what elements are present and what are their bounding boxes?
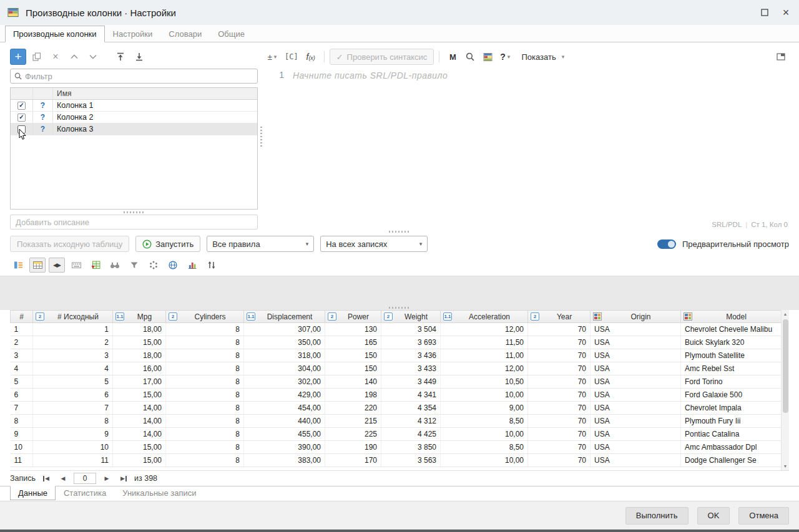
close-icon[interactable]: ×: [780, 7, 792, 18]
record-number-input[interactable]: [74, 473, 96, 484]
grid-row[interactable]: 111115,008383,001703 56310,0070USADodge …: [11, 454, 782, 467]
grid-cell[interactable]: 14,00: [113, 415, 166, 428]
description-splitter[interactable]: [10, 210, 258, 215]
tab-dictionaries[interactable]: Словари: [160, 26, 210, 42]
grid-cell[interactable]: 3 436: [381, 349, 441, 362]
grid-cell[interactable]: 12,00: [441, 323, 528, 336]
grid-cell[interactable]: 3 850: [381, 441, 441, 454]
help-button[interactable]: ? ▾: [497, 49, 513, 65]
column-header[interactable]: 1.1Displacement: [244, 311, 325, 323]
column-checkbox[interactable]: [17, 125, 26, 133]
export-columns-icon[interactable]: [131, 49, 147, 65]
column-row[interactable]: ✓ ? Колонка 2: [11, 112, 257, 123]
grid-cell[interactable]: 70: [528, 454, 591, 467]
grid-cell[interactable]: 70: [528, 362, 591, 375]
grid-row[interactable]: 101015,008390,001903 8508,5070USAAmc Amb…: [11, 441, 782, 454]
grid-cell[interactable]: USA: [591, 454, 681, 467]
grid-cell[interactable]: 5: [33, 375, 113, 389]
row-count-icon[interactable]: [10, 258, 26, 273]
grid-cell[interactable]: 215: [325, 415, 381, 428]
description-input[interactable]: [16, 218, 252, 227]
grid-cell[interactable]: 304,00: [244, 362, 325, 375]
grid-cell[interactable]: 14,00: [113, 428, 166, 441]
grid-cell[interactable]: 4 341: [381, 389, 441, 402]
grid-cell[interactable]: 165: [325, 336, 381, 349]
grid-cell[interactable]: 4: [33, 362, 113, 375]
grid-cell[interactable]: Chevrolet Chevelle Malibu: [681, 323, 782, 336]
grid-cell[interactable]: 1: [11, 323, 33, 336]
grid-cell[interactable]: Amc Ambassador Dpl: [681, 441, 782, 454]
grid-cell[interactable]: 15,00: [113, 441, 166, 454]
column-header[interactable]: 2Year: [528, 311, 591, 323]
grid-cell[interactable]: 70: [528, 389, 591, 402]
grid-cell[interactable]: 16,00: [113, 362, 166, 375]
grid-cell[interactable]: 3: [33, 349, 113, 362]
grid-cell[interactable]: 70: [528, 415, 591, 428]
check-syntax-button[interactable]: ✓ Проверить синтаксис: [330, 49, 434, 65]
insert-value-button[interactable]: ± ▾: [264, 49, 280, 65]
grid-cell[interactable]: 302,00: [244, 375, 325, 389]
filter-icon[interactable]: [126, 258, 142, 273]
fit-columns-icon[interactable]: ◀▶: [49, 258, 65, 273]
grid-cell[interactable]: 70: [528, 402, 591, 415]
grid-cell[interactable]: 15,00: [113, 336, 166, 349]
grid-cell[interactable]: 3 693: [381, 336, 441, 349]
grid-cell[interactable]: 1: [33, 323, 113, 336]
grid-cell[interactable]: 190: [325, 441, 381, 454]
comment-button[interactable]: [C]: [282, 49, 301, 65]
grid-cell[interactable]: 17,00: [113, 375, 166, 389]
grid-cell[interactable]: 3: [11, 349, 33, 362]
grid-cell[interactable]: USA: [591, 375, 681, 389]
grid-cell[interactable]: 4 425: [381, 428, 441, 441]
chart-icon[interactable]: [184, 258, 200, 273]
grid-cell[interactable]: 140: [325, 375, 381, 389]
grid-cell[interactable]: 6: [33, 389, 113, 402]
grid-cell[interactable]: 150: [325, 362, 381, 375]
grid-cell[interactable]: USA: [591, 362, 681, 375]
grid-cell[interactable]: 198: [325, 389, 381, 402]
grid-cell[interactable]: 8: [166, 402, 244, 415]
grid-cell[interactable]: 14,00: [113, 402, 166, 415]
grid-cell[interactable]: 390,00: [244, 441, 325, 454]
grid-cell[interactable]: 11,50: [441, 336, 528, 349]
grid-cell[interactable]: 5: [11, 375, 33, 389]
grid-cell[interactable]: 8: [11, 415, 33, 428]
grid-cell[interactable]: 8: [166, 362, 244, 375]
column-header[interactable]: Origin: [591, 311, 681, 323]
grid-cell[interactable]: 383,00: [244, 454, 325, 467]
grid-cell[interactable]: 130: [325, 323, 381, 336]
grid-cell[interactable]: USA: [591, 389, 681, 402]
column-header[interactable]: 1.1Mpg: [113, 311, 166, 323]
grid-cell[interactable]: 318,00: [244, 349, 325, 362]
column-header[interactable]: Model: [681, 311, 782, 323]
grid-cell[interactable]: 8: [166, 389, 244, 402]
add-column-button[interactable]: +: [10, 49, 26, 65]
grid-cell[interactable]: 6: [11, 389, 33, 402]
grid-cell[interactable]: 15,00: [113, 389, 166, 402]
grid-cell[interactable]: USA: [591, 428, 681, 441]
grid-cell[interactable]: 8: [166, 375, 244, 389]
grid-cell[interactable]: USA: [591, 441, 681, 454]
grid-row[interactable]: 2215,008350,001653 69311,5070USABuick Sk…: [11, 336, 782, 349]
first-record-button[interactable]: ◀: [40, 473, 52, 484]
web-icon[interactable]: [165, 258, 181, 273]
grid-cell[interactable]: 11: [11, 454, 33, 467]
grid-row[interactable]: 6615,008429,001984 34110,0070USAFord Gal…: [11, 389, 782, 402]
column-row[interactable]: ✓ ? Колонка 1: [11, 100, 257, 112]
grid-cell[interactable]: Dodge Challenger Se: [681, 454, 782, 467]
grid-splitter[interactable]: [389, 307, 410, 309]
grid-cell[interactable]: 4 354: [381, 402, 441, 415]
preview-toggle[interactable]: [657, 239, 676, 249]
column-header[interactable]: #: [11, 311, 33, 323]
cancel-button[interactable]: Отмена: [738, 507, 789, 525]
grid-row[interactable]: 7714,008454,002204 3549,0070USAChevrolet…: [11, 402, 782, 415]
grid-cell[interactable]: 70: [528, 428, 591, 441]
column-header[interactable]: 2# Исходный: [33, 311, 113, 323]
ok-button[interactable]: OK: [697, 507, 730, 525]
column-header[interactable]: 2Cylinders: [166, 311, 244, 323]
grid-cell[interactable]: 10: [11, 441, 33, 454]
column-header[interactable]: 1.1Acceleration: [441, 311, 528, 323]
grid-cell[interactable]: USA: [591, 349, 681, 362]
fields-palette-button[interactable]: [479, 49, 496, 65]
grid-row[interactable]: 4416,008304,001503 43312,0070USAAmc Rebe…: [11, 362, 782, 375]
